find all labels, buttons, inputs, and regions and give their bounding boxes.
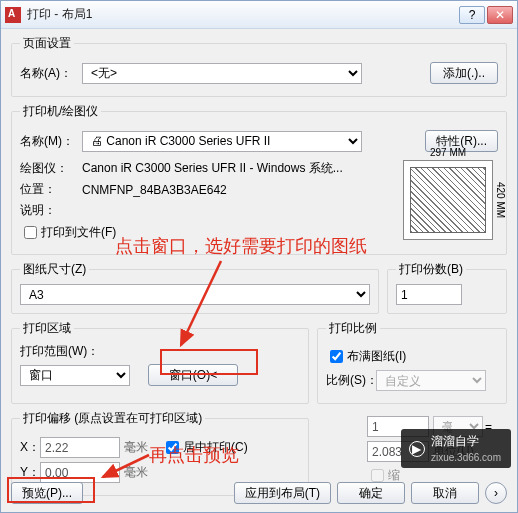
scale-label: 比例(S)：: [326, 372, 376, 389]
print-to-file-checkbox[interactable]: [24, 226, 37, 239]
plot-what-label: 打印范围(W)：: [20, 343, 300, 360]
watermark: ▶ 溜溜自学 zixue.3d66.com: [401, 429, 511, 468]
offset-x-unit: 毫米: [124, 439, 148, 456]
ok-button[interactable]: 确定: [337, 482, 405, 504]
print-dialog: 打印 - 布局1 ? ✕ 页面设置 名称(A)： <无> 添加(.).. 打印机…: [0, 0, 518, 513]
watermark-name: 溜溜自学: [431, 434, 479, 448]
plot-area-legend: 打印区域: [20, 320, 74, 337]
offset-y-unit: 毫米: [124, 464, 148, 481]
desc-label: 说明：: [20, 202, 82, 219]
offset-x-label: X：: [20, 439, 40, 456]
page-setup-name-label: 名称(A)：: [20, 65, 82, 82]
copies-input[interactable]: [396, 284, 462, 305]
app-icon: [5, 7, 21, 23]
center-plot-label: 居中打印(C): [183, 439, 248, 456]
plot-scale-legend: 打印比例: [326, 320, 380, 337]
cancel-button[interactable]: 取消: [411, 482, 479, 504]
window-title: 打印 - 布局1: [27, 6, 459, 23]
paper-size-legend: 图纸尺寸(Z): [20, 261, 89, 278]
printer-group: 打印机/绘图仪 名称(M)： 🖨 Canon iR C3000 Series U…: [11, 103, 507, 255]
close-button[interactable]: ✕: [487, 6, 513, 24]
title-bar: 打印 - 布局1 ? ✕: [1, 1, 517, 29]
offset-x-input[interactable]: [40, 437, 120, 458]
fit-to-paper-label: 布满图纸(I): [347, 348, 406, 365]
printer-legend: 打印机/绘图仪: [20, 103, 101, 120]
plot-offset-legend: 打印偏移 (原点设置在可打印区域): [20, 410, 205, 427]
copies-legend: 打印份数(B): [396, 261, 466, 278]
watermark-url: zixue.3d66.com: [431, 452, 501, 463]
page-setup-group: 页面设置 名称(A)： <无> 添加(.)..: [11, 35, 507, 97]
paper-height-dim: 420 MM: [495, 161, 506, 239]
paper-preview: 297 MM 420 MM: [403, 160, 493, 240]
plotter-label: 绘图仪：: [20, 160, 82, 177]
plotter-value: Canon iR C3000 Series UFR II - Windows 系…: [82, 160, 343, 177]
offset-y-label: Y：: [20, 464, 40, 481]
paper-size-group: 图纸尺寸(Z) A3: [11, 261, 379, 314]
preview-button[interactable]: 预览(P)...: [11, 482, 83, 504]
add-page-setup-button[interactable]: 添加(.)..: [430, 62, 498, 84]
where-value: CNMFNP_84BA3B3AE642: [82, 183, 227, 197]
plot-what-select[interactable]: 窗口: [20, 365, 130, 386]
paper-preview-hatch: [410, 167, 486, 233]
footer-buttons: 预览(P)... 应用到布局(T) 确定 取消 ›: [11, 482, 507, 504]
printer-name-label: 名称(M)：: [20, 133, 82, 150]
paper-width-dim: 297 MM: [404, 147, 492, 158]
paper-size-select[interactable]: A3: [20, 284, 370, 305]
dialog-content: 页面设置 名称(A)： <无> 添加(.).. 打印机/绘图仪 名称(M)： 🖨…: [1, 29, 517, 512]
where-label: 位置：: [20, 181, 82, 198]
copies-group: 打印份数(B): [387, 261, 507, 314]
plot-scale-group: 打印比例 布满图纸(I) 比例(S)： 自定义: [317, 320, 507, 404]
window-buttons: ? ✕: [459, 6, 513, 24]
offset-y-input[interactable]: [40, 462, 120, 483]
apply-to-layout-button[interactable]: 应用到布局(T): [234, 482, 331, 504]
play-icon: ▶: [409, 441, 425, 457]
fit-to-paper-checkbox[interactable]: [330, 350, 343, 363]
help-button[interactable]: ?: [459, 6, 485, 24]
scale-lineweights-checkbox[interactable]: [371, 469, 384, 482]
print-to-file-label: 打印到文件(F): [41, 224, 116, 241]
printer-name-select[interactable]: 🖨 Canon iR C3000 Series UFR II: [82, 131, 362, 152]
page-setup-name-select[interactable]: <无>: [82, 63, 362, 84]
window-pick-button[interactable]: 窗口(O)<: [148, 364, 238, 386]
scale-select[interactable]: 自定义: [376, 370, 486, 391]
plot-area-group: 打印区域 打印范围(W)： 窗口 窗口(O)<: [11, 320, 309, 404]
page-setup-legend: 页面设置: [20, 35, 74, 52]
expand-button[interactable]: ›: [485, 482, 507, 504]
center-plot-checkbox[interactable]: [166, 441, 179, 454]
